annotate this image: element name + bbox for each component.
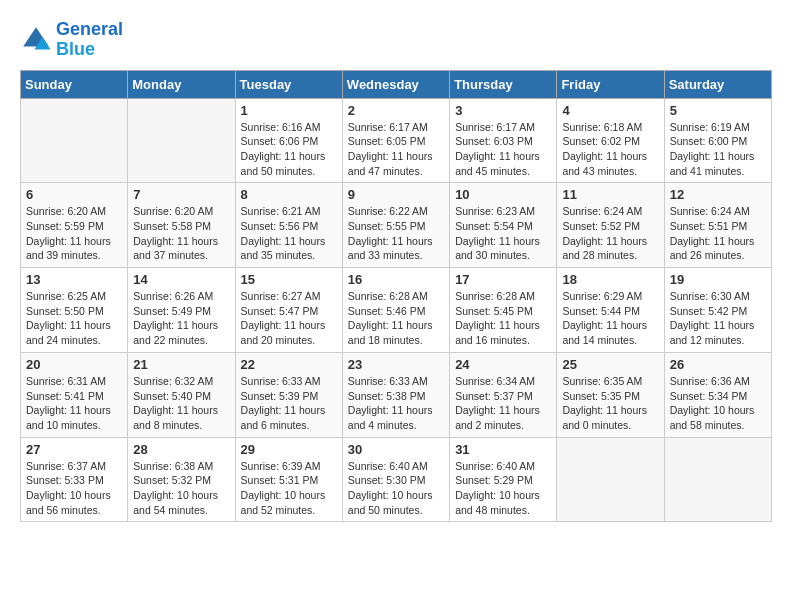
sunset-text: Sunset: 5:52 PM — [562, 220, 640, 232]
daylight-text: Daylight: 10 hours and 56 minutes. — [26, 489, 111, 516]
day-number: 26 — [670, 357, 766, 372]
logo: GeneralBlue — [20, 20, 123, 60]
sunset-text: Sunset: 5:58 PM — [133, 220, 211, 232]
calendar-cell: 25 Sunrise: 6:35 AM Sunset: 5:35 PM Dayl… — [557, 352, 664, 437]
daylight-text: Daylight: 10 hours and 50 minutes. — [348, 489, 433, 516]
day-number: 27 — [26, 442, 122, 457]
day-number: 2 — [348, 103, 444, 118]
calendar-cell: 12 Sunrise: 6:24 AM Sunset: 5:51 PM Dayl… — [664, 183, 771, 268]
sunset-text: Sunset: 5:54 PM — [455, 220, 533, 232]
day-number: 10 — [455, 187, 551, 202]
daylight-text: Daylight: 11 hours and 28 minutes. — [562, 235, 647, 262]
day-number: 12 — [670, 187, 766, 202]
day-number: 6 — [26, 187, 122, 202]
sunrise-text: Sunrise: 6:38 AM — [133, 460, 213, 472]
sunrise-text: Sunrise: 6:19 AM — [670, 121, 750, 133]
daylight-text: Daylight: 11 hours and 39 minutes. — [26, 235, 111, 262]
calendar-cell — [21, 98, 128, 183]
sunrise-text: Sunrise: 6:21 AM — [241, 205, 321, 217]
daylight-text: Daylight: 11 hours and 47 minutes. — [348, 150, 433, 177]
sunrise-text: Sunrise: 6:17 AM — [348, 121, 428, 133]
day-number: 23 — [348, 357, 444, 372]
sunset-text: Sunset: 5:34 PM — [670, 390, 748, 402]
calendar-cell: 3 Sunrise: 6:17 AM Sunset: 6:03 PM Dayli… — [450, 98, 557, 183]
day-number: 4 — [562, 103, 658, 118]
day-number: 21 — [133, 357, 229, 372]
calendar-cell — [128, 98, 235, 183]
sunrise-text: Sunrise: 6:36 AM — [670, 375, 750, 387]
sunset-text: Sunset: 6:00 PM — [670, 135, 748, 147]
calendar-cell: 14 Sunrise: 6:26 AM Sunset: 5:49 PM Dayl… — [128, 268, 235, 353]
daylight-text: Daylight: 11 hours and 26 minutes. — [670, 235, 755, 262]
sunset-text: Sunset: 5:46 PM — [348, 305, 426, 317]
calendar-cell: 30 Sunrise: 6:40 AM Sunset: 5:30 PM Dayl… — [342, 437, 449, 522]
calendar-cell: 7 Sunrise: 6:20 AM Sunset: 5:58 PM Dayli… — [128, 183, 235, 268]
day-number: 8 — [241, 187, 337, 202]
day-number: 18 — [562, 272, 658, 287]
sunset-text: Sunset: 5:47 PM — [241, 305, 319, 317]
sunset-text: Sunset: 5:49 PM — [133, 305, 211, 317]
day-header-saturday: Saturday — [664, 70, 771, 98]
sunset-text: Sunset: 5:51 PM — [670, 220, 748, 232]
calendar-cell: 8 Sunrise: 6:21 AM Sunset: 5:56 PM Dayli… — [235, 183, 342, 268]
day-header-tuesday: Tuesday — [235, 70, 342, 98]
sunrise-text: Sunrise: 6:17 AM — [455, 121, 535, 133]
sunrise-text: Sunrise: 6:27 AM — [241, 290, 321, 302]
day-number: 30 — [348, 442, 444, 457]
header-row: SundayMondayTuesdayWednesdayThursdayFrid… — [21, 70, 772, 98]
sunrise-text: Sunrise: 6:33 AM — [241, 375, 321, 387]
day-number: 31 — [455, 442, 551, 457]
sunrise-text: Sunrise: 6:33 AM — [348, 375, 428, 387]
daylight-text: Daylight: 10 hours and 52 minutes. — [241, 489, 326, 516]
sunrise-text: Sunrise: 6:30 AM — [670, 290, 750, 302]
calendar-cell: 1 Sunrise: 6:16 AM Sunset: 6:06 PM Dayli… — [235, 98, 342, 183]
day-header-monday: Monday — [128, 70, 235, 98]
sunset-text: Sunset: 5:38 PM — [348, 390, 426, 402]
sunset-text: Sunset: 5:40 PM — [133, 390, 211, 402]
calendar-cell: 2 Sunrise: 6:17 AM Sunset: 6:05 PM Dayli… — [342, 98, 449, 183]
logo-icon — [20, 24, 52, 56]
daylight-text: Daylight: 11 hours and 50 minutes. — [241, 150, 326, 177]
calendar-cell: 24 Sunrise: 6:34 AM Sunset: 5:37 PM Dayl… — [450, 352, 557, 437]
daylight-text: Daylight: 10 hours and 48 minutes. — [455, 489, 540, 516]
daylight-text: Daylight: 10 hours and 58 minutes. — [670, 404, 755, 431]
calendar-cell: 16 Sunrise: 6:28 AM Sunset: 5:46 PM Dayl… — [342, 268, 449, 353]
week-row-2: 6 Sunrise: 6:20 AM Sunset: 5:59 PM Dayli… — [21, 183, 772, 268]
week-row-3: 13 Sunrise: 6:25 AM Sunset: 5:50 PM Dayl… — [21, 268, 772, 353]
calendar-cell: 28 Sunrise: 6:38 AM Sunset: 5:32 PM Dayl… — [128, 437, 235, 522]
day-number: 17 — [455, 272, 551, 287]
day-header-thursday: Thursday — [450, 70, 557, 98]
sunset-text: Sunset: 6:06 PM — [241, 135, 319, 147]
sunrise-text: Sunrise: 6:34 AM — [455, 375, 535, 387]
daylight-text: Daylight: 11 hours and 30 minutes. — [455, 235, 540, 262]
day-number: 19 — [670, 272, 766, 287]
calendar-cell: 18 Sunrise: 6:29 AM Sunset: 5:44 PM Dayl… — [557, 268, 664, 353]
daylight-text: Daylight: 11 hours and 22 minutes. — [133, 319, 218, 346]
day-number: 29 — [241, 442, 337, 457]
calendar-cell: 21 Sunrise: 6:32 AM Sunset: 5:40 PM Dayl… — [128, 352, 235, 437]
calendar-cell: 5 Sunrise: 6:19 AM Sunset: 6:00 PM Dayli… — [664, 98, 771, 183]
calendar-cell: 26 Sunrise: 6:36 AM Sunset: 5:34 PM Dayl… — [664, 352, 771, 437]
day-number: 28 — [133, 442, 229, 457]
day-number: 13 — [26, 272, 122, 287]
daylight-text: Daylight: 11 hours and 35 minutes. — [241, 235, 326, 262]
week-row-1: 1 Sunrise: 6:16 AM Sunset: 6:06 PM Dayli… — [21, 98, 772, 183]
daylight-text: Daylight: 11 hours and 41 minutes. — [670, 150, 755, 177]
week-row-4: 20 Sunrise: 6:31 AM Sunset: 5:41 PM Dayl… — [21, 352, 772, 437]
daylight-text: Daylight: 11 hours and 33 minutes. — [348, 235, 433, 262]
sunset-text: Sunset: 6:05 PM — [348, 135, 426, 147]
week-row-5: 27 Sunrise: 6:37 AM Sunset: 5:33 PM Dayl… — [21, 437, 772, 522]
daylight-text: Daylight: 11 hours and 12 minutes. — [670, 319, 755, 346]
day-number: 1 — [241, 103, 337, 118]
daylight-text: Daylight: 11 hours and 8 minutes. — [133, 404, 218, 431]
sunset-text: Sunset: 5:32 PM — [133, 474, 211, 486]
sunrise-text: Sunrise: 6:28 AM — [348, 290, 428, 302]
sunrise-text: Sunrise: 6:32 AM — [133, 375, 213, 387]
calendar-cell: 29 Sunrise: 6:39 AM Sunset: 5:31 PM Dayl… — [235, 437, 342, 522]
sunset-text: Sunset: 5:29 PM — [455, 474, 533, 486]
calendar-cell — [664, 437, 771, 522]
calendar-cell: 15 Sunrise: 6:27 AM Sunset: 5:47 PM Dayl… — [235, 268, 342, 353]
sunset-text: Sunset: 5:50 PM — [26, 305, 104, 317]
daylight-text: Daylight: 11 hours and 4 minutes. — [348, 404, 433, 431]
sunset-text: Sunset: 5:39 PM — [241, 390, 319, 402]
